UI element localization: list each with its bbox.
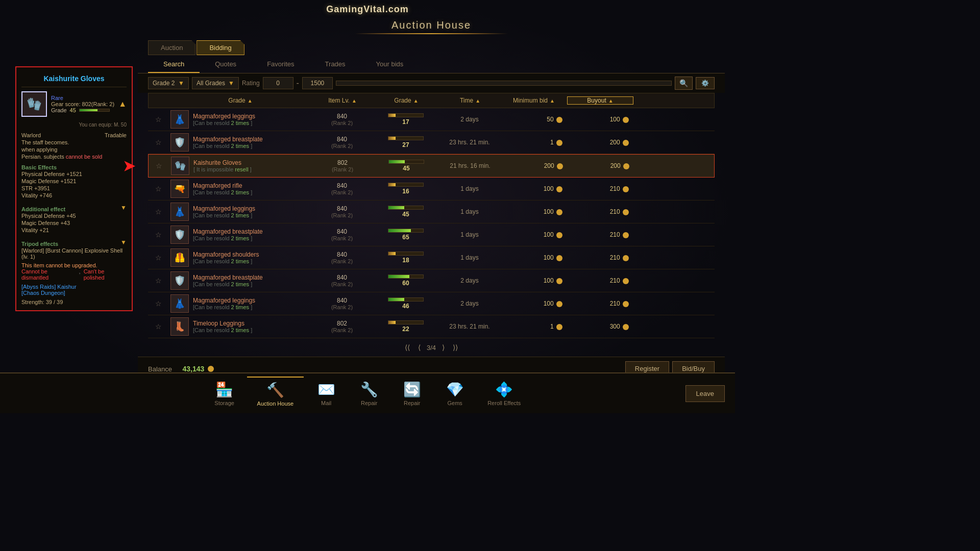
tripod-label: Tripod effects (21, 241, 58, 247)
col-item-lv[interactable]: Item Lv.▲ (312, 96, 373, 105)
all-grades-dropdown[interactable]: All Grades▼ (192, 77, 239, 89)
additional-effects-section: Additional effect ▼ Physical Defense +45… (21, 203, 127, 234)
rank-value: (Rank 2) (311, 258, 373, 264)
table-body: ☆ 👗 Magmaforged leggings [Can be resold … (148, 108, 715, 338)
table-row[interactable]: ☆ 👗 Magmaforged leggings [Can be resold … (148, 201, 715, 223)
tab-bidding[interactable]: Bidding (197, 40, 244, 55)
subtab-favorites[interactable]: Favorites (252, 56, 309, 73)
nav-repair-1[interactable]: 🔧 Repair (349, 377, 389, 410)
min-bid-cell: 1 (500, 139, 567, 146)
item-sub: [Can be resold 2 times ] (193, 304, 255, 310)
nav-auction-house[interactable]: 🔨 Auction House (247, 377, 304, 411)
filter-options-button[interactable]: ⚙️ (696, 77, 715, 89)
buyout-cell: 210 (567, 231, 633, 238)
main-content: Auction House Auction Bidding Search Quo… (138, 15, 725, 372)
table-row[interactable]: ☆ 🔫 Magmaforged rifle [Can be resold 2 t… (148, 178, 715, 201)
auction-table: Grade▲ Item Lv.▲ Grade▲ Time▲ Minimum bi… (138, 93, 725, 338)
buyout-coin-icon (623, 117, 629, 123)
table-row[interactable]: ☆ 🛡️ Magmaforged breastplate [Can be res… (148, 269, 715, 292)
grade-bar-bg (388, 183, 424, 187)
item-name: Magmaforged breastplate (193, 274, 263, 281)
search-button[interactable]: 🔍 (675, 77, 693, 90)
grade-bar-fill (388, 229, 411, 232)
nav-reroll[interactable]: 💠 Reroll Effects (477, 377, 531, 410)
col-time[interactable]: Time▲ (439, 96, 501, 105)
tab-auction[interactable]: Auction (148, 40, 195, 55)
table-row[interactable]: ☆ 🛡️ Magmaforged breastplate [Can be res… (148, 131, 715, 154)
subtab-trades[interactable]: Trades (310, 56, 361, 73)
col-buyout[interactable]: Buyout▲ (567, 96, 633, 105)
time-cell: 1 days (439, 231, 500, 238)
star-col: ☆ (148, 208, 168, 216)
min-bid-cell: 100 (500, 300, 567, 307)
tripod-expand-btn[interactable]: ▼ (120, 239, 127, 246)
table-row[interactable]: ☆ 👢 Timeloop Leggings [Can be resold 2 t… (148, 315, 715, 338)
search-name-input[interactable] (336, 81, 672, 86)
grade-number: 17 (402, 118, 409, 126)
table-row[interactable]: ☆ 👗 Magmaforged leggings [Can be resold … (148, 292, 715, 315)
item-sub: [Can be resold 2 times ] (193, 327, 252, 333)
buyout-cell: 210 (567, 185, 633, 192)
item-display: 🧤 Rare Gear score: 802(Rank: 2) Grade 45… (21, 87, 127, 121)
scroll-up-arrow[interactable]: ▲ (118, 99, 127, 109)
grade-cell: 65 (373, 229, 439, 241)
resold-times: 2 times (231, 281, 249, 287)
nav-repair-2[interactable]: 🔄 Repair (391, 377, 432, 410)
storage-icon: 🏪 (215, 381, 233, 398)
table-row[interactable]: ☆ 👗 Magmaforged leggings [Can be resold … (148, 108, 715, 131)
table-row[interactable]: ☆ 🦺 Magmaforged shoulders [Can be resold… (148, 246, 715, 269)
subtab-quotes[interactable]: Quotes (200, 56, 252, 73)
item-type-section: Warlord Tradable The staff becomes. when… (21, 132, 127, 160)
item-lv-cell: 840 (Rank 2) (311, 182, 373, 195)
grade-number: 27 (402, 141, 409, 148)
nav-storage[interactable]: 🏪 Storage (204, 377, 245, 410)
resold-times: resell (235, 166, 248, 172)
min-bid-cell: 100 (500, 185, 567, 192)
col-min-bid[interactable]: Minimum bid▲ (501, 96, 567, 105)
tradable-label: Tradable (105, 132, 127, 139)
grade-bar-bg (388, 160, 424, 164)
subtab-search[interactable]: Search (148, 56, 200, 73)
grade-bar-container: 22 (373, 320, 439, 333)
prev-page-btn[interactable]: ⟨ (416, 342, 423, 353)
table-row[interactable]: ☆ 🧤 Kaishurite Gloves [ It is impossible… (148, 154, 715, 178)
grade-number: 45 (402, 211, 409, 218)
effect-1: Physical Defense +1521 (21, 170, 127, 178)
star-col: ☆ (149, 162, 169, 170)
subtab-your-bids[interactable]: Your bids (361, 56, 419, 73)
grade-cell: 60 (373, 274, 439, 287)
nav-mail[interactable]: ✉️ Mail (306, 377, 347, 410)
col-grade2[interactable]: Grade▲ (373, 96, 439, 105)
buyout-cell: 100 (567, 116, 633, 123)
tripod-header: Tripod effects ▼ (21, 238, 127, 247)
buyout-coin-icon (623, 301, 629, 307)
item-thumbnail: 🦺 (170, 248, 189, 267)
leave-button[interactable]: Leave (685, 385, 725, 402)
item-info: Magmaforged breastplate [Can be resold 2… (193, 136, 263, 149)
item-name: Magmaforged breastplate (193, 228, 263, 235)
first-page-btn[interactable]: ⟨⟨ (403, 342, 412, 353)
grade-bar-fill (388, 183, 396, 186)
col-grade[interactable]: Grade▲ (169, 96, 312, 105)
buyout-coin-icon (623, 255, 629, 261)
rating-min-input[interactable]: 0 (263, 77, 293, 89)
item-meta: Rare Gear score: 802(Rank: 2) Grade 45 (51, 95, 114, 113)
rating-max-input[interactable]: 1500 (302, 77, 333, 89)
item-info: Magmaforged shoulders [Can be resold 2 t… (193, 251, 259, 264)
balance-coin-icon (208, 366, 214, 372)
last-page-btn[interactable]: ⟩⟩ (451, 342, 460, 353)
table-row[interactable]: ☆ 🛡️ Magmaforged breastplate [Can be res… (148, 223, 715, 246)
nav-gems[interactable]: 💎 Gems (434, 377, 475, 410)
item-lv-cell: 840 (Rank 2) (311, 251, 373, 264)
desc2: when applying (21, 146, 127, 153)
rank-value: (Rank 2) (312, 166, 373, 172)
main-tabs: Auction Bidding (138, 40, 725, 55)
desc3: Persian. subjects cannot be sold (21, 153, 127, 160)
grade-bar-fill (388, 114, 396, 117)
next-page-btn[interactable]: ⟩ (440, 342, 447, 353)
auction-house-icon: 🔨 (266, 382, 284, 398)
star-col: ☆ (148, 299, 168, 308)
min-bid-cell: 50 (500, 116, 567, 123)
additional-expand-btn[interactable]: ▼ (120, 204, 127, 211)
grade-dropdown[interactable]: Grade 2▼ (148, 77, 189, 89)
